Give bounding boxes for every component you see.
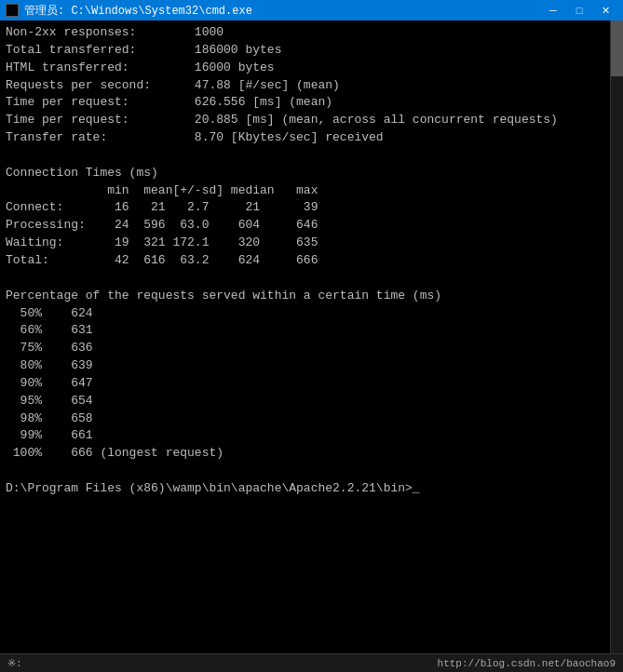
title-bar-controls: ─ □ ✕ [541,2,617,19]
status-right: http://blog.csdn.net/baochao9 [438,658,616,669]
window: 管理员: C:\Windows\System32\cmd.exe ─ □ ✕ N… [0,0,623,672]
terminal-output: Non-2xx responses: 1000 Total transferre… [0,20,623,653]
close-button[interactable]: ✕ [593,2,617,19]
minimize-button[interactable]: ─ [541,2,565,19]
title-bar: 管理员: C:\Windows\System32\cmd.exe ─ □ ✕ [0,0,623,20]
status-left: ※: [7,657,22,669]
maximize-button[interactable]: □ [567,2,591,19]
window-title: 管理员: C:\Windows\System32\cmd.exe [24,3,252,19]
title-bar-left: 管理员: C:\Windows\System32\cmd.exe [6,3,252,19]
scrollbar[interactable] [610,20,623,653]
status-bar: ※: http://blog.csdn.net/baochao9 [0,653,623,672]
scrollbar-thumb[interactable] [611,20,623,76]
app-icon [6,4,19,17]
